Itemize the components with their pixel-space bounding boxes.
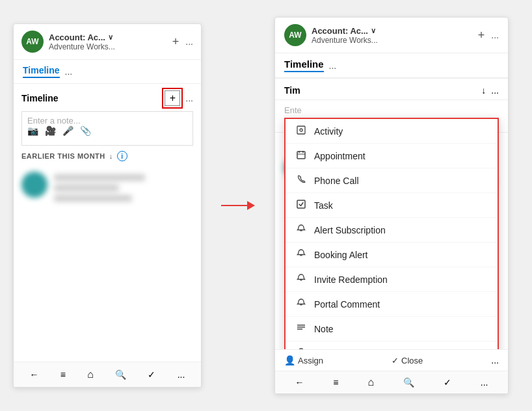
- right-add-icon[interactable]: +: [478, 29, 485, 42]
- booking_alert-label: Booking Alert: [314, 250, 368, 260]
- task-label: Task: [314, 200, 333, 211]
- right-account-sub: Adventure Works...: [312, 36, 473, 45]
- section-earlier: EARLIER THIS MONTH ↓ i: [21, 151, 193, 161]
- activity-icon: [295, 125, 308, 137]
- right-home-button[interactable]: ⌂: [367, 377, 374, 388]
- right-bottom-nav: ← ≡ ⌂ 🔍 ✓ ...: [275, 371, 508, 393]
- left-panel-header: AW Account: Ac... ∨ Adventure Works... +…: [14, 24, 201, 60]
- back-button[interactable]: ←: [30, 369, 39, 380]
- blurred-activity: [21, 166, 193, 207]
- add-icon[interactable]: +: [172, 35, 180, 49]
- check-button[interactable]: ✓: [148, 369, 155, 380]
- footer-more-icon[interactable]: ...: [491, 355, 499, 365]
- appointment-label: Appointment: [314, 151, 366, 161]
- portal_comment-label: Portal Comment: [314, 299, 380, 310]
- tim-label: Tim: [284, 85, 300, 96]
- header-actions: + ...: [172, 35, 193, 49]
- note-actions: + ...: [165, 90, 193, 106]
- right-back-button[interactable]: ←: [295, 377, 304, 388]
- right-more-nav-button[interactable]: ...: [481, 377, 488, 388]
- note-icons: 📷 🎥 🎤 📎: [27, 126, 187, 141]
- account-title: Account: Ac... ∨: [49, 33, 167, 42]
- svg-point-10: [299, 349, 303, 349]
- right-panel-header: AW Account: Ac... ∨ Adventure Works... +…: [275, 18, 508, 53]
- assign-person-icon: 👤: [284, 355, 295, 365]
- right-account-info: Account: Ac... ∨ Adventure Works...: [312, 26, 473, 45]
- phone_call-label: Phone Call: [314, 176, 359, 186]
- menu-button[interactable]: ≡: [60, 369, 66, 380]
- post-label: Post: [314, 349, 332, 350]
- right-timeline-tab-row: Timeline ...: [275, 53, 508, 79]
- chevron-down-icon: ∨: [108, 33, 113, 42]
- camera-icon[interactable]: 📷: [27, 126, 38, 136]
- arrow-container: [221, 201, 255, 210]
- svg-point-1: [300, 129, 302, 131]
- close-check-icon: ✓: [392, 356, 399, 365]
- left-bottom-nav: ← ≡ ⌂ 🔍 ✓ ...: [14, 362, 201, 387]
- arrow-head: [247, 201, 255, 210]
- timeline-note-label: Timeline: [21, 93, 59, 103]
- right-timeline-more[interactable]: ...: [329, 60, 337, 71]
- svg-rect-6: [297, 200, 305, 208]
- video-icon[interactable]: 🎥: [45, 126, 56, 136]
- timeline-tab-row: Timeline ...: [14, 60, 201, 84]
- dropdown-item-note[interactable]: Note: [286, 317, 498, 341]
- more-icon[interactable]: ...: [185, 36, 193, 47]
- right-more-icon[interactable]: ...: [491, 30, 499, 40]
- task-icon: [295, 199, 308, 211]
- blurred-line-1: [54, 174, 145, 181]
- assign-button[interactable]: 👤 Assign: [284, 355, 323, 365]
- mic-icon[interactable]: 🎤: [62, 126, 73, 136]
- note-input-placeholder[interactable]: Enter a note...: [27, 116, 187, 126]
- note-label: Note: [314, 324, 334, 334]
- right-avatar: AW: [284, 24, 306, 46]
- alert_subscription-label: Alert Subscription: [314, 225, 386, 235]
- attach-icon[interactable]: 📎: [80, 126, 91, 136]
- right-search-button[interactable]: 🔍: [403, 377, 414, 388]
- timeline-content: Timeline + ... Enter a note... 📷 🎥 🎤 📎 E…: [14, 84, 201, 213]
- search-button[interactable]: 🔍: [115, 369, 126, 380]
- right-body: Tim ↓ ... Ente 🎤 📎 EAR i KA: [275, 79, 508, 349]
- arrow-line: [221, 205, 247, 206]
- dropdown-item-phone_call[interactable]: Phone Call: [286, 168, 498, 193]
- activity-dropdown: ActivityAppointmentPhone CallTaskAlert S…: [284, 118, 499, 349]
- note-more-icon[interactable]: ...: [185, 93, 193, 103]
- info-icon[interactable]: i: [117, 151, 127, 161]
- phone_call-icon: [295, 174, 308, 187]
- timeline-more-icon[interactable]: ...: [65, 66, 73, 77]
- left-panel: AW Account: Ac... ∨ Adventure Works... +…: [13, 23, 202, 388]
- right-menu-button[interactable]: ≡: [333, 377, 338, 388]
- dropdown-item-activity[interactable]: Activity: [286, 119, 498, 144]
- dropdown-item-alert_subscription[interactable]: Alert Subscription: [286, 218, 498, 243]
- dropdown-item-appointment[interactable]: Appointment: [286, 144, 498, 168]
- account-info: Account: Ac... ∨ Adventure Works...: [49, 33, 167, 51]
- dropdown-item-portal_comment[interactable]: Portal Comment: [286, 292, 498, 317]
- right-panel: AW Account: Ac... ∨ Adventure Works... +…: [274, 17, 509, 394]
- timeline-tab[interactable]: Timeline: [23, 65, 60, 78]
- timeline-more-right[interactable]: ...: [491, 85, 499, 96]
- sort-icon[interactable]: ↓: [109, 152, 113, 160]
- dropdown-item-post[interactable]: Post: [286, 341, 498, 349]
- blurred-line-2: [54, 185, 119, 191]
- dropdown-item-invite_redemption[interactable]: Invite Redemption: [286, 267, 498, 292]
- svg-rect-2: [297, 152, 305, 159]
- appointment-icon: [295, 150, 308, 162]
- invite_redemption-icon: [295, 273, 308, 285]
- timeline-header-actions: ↓ ...: [481, 85, 499, 96]
- close-button[interactable]: ✓ Close: [392, 356, 423, 365]
- dropdown-item-task[interactable]: Task: [286, 193, 498, 218]
- add-activity-button[interactable]: +: [165, 90, 180, 106]
- right-note-placeholder[interactable]: Ente: [284, 103, 499, 118]
- more-nav-button[interactable]: ...: [178, 369, 185, 380]
- right-check-nav-button[interactable]: ✓: [444, 377, 451, 388]
- avatar: AW: [21, 31, 44, 53]
- right-footer-bar: 👤 Assign ✓ Close ...: [275, 349, 508, 371]
- sort-icon-right[interactable]: ↓: [481, 85, 486, 96]
- activity-label: Activity: [314, 126, 343, 137]
- right-timeline-tab[interactable]: Timeline: [284, 59, 324, 72]
- blurred-line-3: [54, 195, 132, 202]
- portal_comment-icon: [295, 298, 308, 310]
- home-button[interactable]: ⌂: [87, 369, 94, 380]
- right-header-actions: + ...: [478, 29, 499, 42]
- dropdown-item-booking_alert[interactable]: Booking Alert: [286, 243, 498, 267]
